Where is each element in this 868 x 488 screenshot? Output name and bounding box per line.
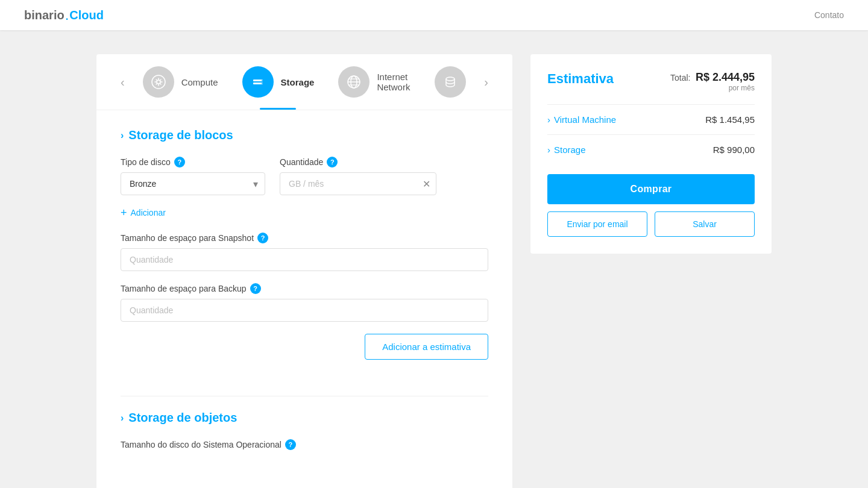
backup-label: Tamanho de espaço para Backup ? [121, 283, 488, 294]
tipo-disco-group: Tipo de disco ? Bronze Silver Gold ▾ [121, 157, 265, 195]
per-mes: por mês [670, 84, 755, 92]
quantidade-help-icon[interactable]: ? [327, 157, 338, 167]
nav-contact[interactable]: Contato [814, 10, 844, 20]
chevron-blocos: › [121, 130, 124, 141]
adicionar-estimativa-button[interactable]: Adicionar a estimativa [365, 334, 488, 360]
step-internet-network-label: Internet Network [377, 72, 410, 92]
svg-point-5 [262, 83, 263, 84]
logo: binario.Cloud [24, 7, 104, 23]
logo-dot: . [65, 7, 69, 23]
prev-arrow[interactable]: ‹ [115, 75, 131, 89]
svg-point-0 [152, 75, 165, 89]
internet-network-icon [338, 66, 370, 98]
svg-point-4 [262, 80, 263, 81]
storage-chevron: › [547, 145, 550, 155]
estimate-item-storage: › Storage R$ 990,00 [547, 134, 755, 164]
section-divider [121, 396, 488, 396]
step-compute-label: Compute [181, 77, 218, 87]
disco-operacional-help-icon[interactable]: ? [285, 439, 296, 450]
vm-chevron: › [547, 114, 550, 125]
main-container: ‹ Compute [0, 30, 868, 488]
section-objetos-label: Storage de objetos [128, 411, 237, 425]
disco-quantidade-row: Tipo de disco ? Bronze Silver Gold ▾ [121, 157, 488, 195]
comprar-button[interactable]: Comprar [547, 174, 755, 204]
step-storage[interactable]: Storage [230, 66, 327, 98]
adicionar-link[interactable]: + Adicionar [121, 207, 488, 218]
storage-estimate-name[interactable]: › Storage [547, 145, 586, 155]
tipo-disco-select-wrapper: Bronze Silver Gold ▾ [121, 172, 265, 195]
storage-value: R$ 990,00 [713, 145, 755, 155]
right-panel: Estimativa Total: R$ 2.444,95 por mês › … [530, 54, 772, 254]
salvar-button[interactable]: Salvar [655, 211, 755, 237]
enviar-email-button[interactable]: Enviar por email [547, 211, 647, 237]
estimativa-header: Estimativa Total: R$ 2.444,95 por mês [547, 71, 755, 92]
database-icon [435, 66, 466, 98]
section-blocos-label: Storage de blocos [128, 128, 233, 142]
logo-brand: binario [24, 8, 64, 22]
svg-point-1 [157, 80, 160, 84]
header: binario.Cloud Contato [0, 0, 868, 30]
vm-value: R$ 1.454,95 [705, 114, 755, 125]
estimate-item-vm: › Virtual Machine R$ 1.454,95 [547, 104, 755, 134]
plus-icon: + [121, 207, 127, 218]
total-value: R$ 2.444,95 [696, 71, 755, 83]
disco-operacional-label: Tamanho do disco do Sistema Operacional … [121, 439, 488, 450]
snapshot-label: Tamanho de espaço para Snapshot ? [121, 233, 488, 243]
step-internet-network[interactable]: Internet Network [326, 66, 423, 98]
snapshot-input[interactable] [121, 248, 488, 271]
step-database[interactable] [423, 66, 478, 98]
storage-icon [242, 66, 274, 98]
backup-group: Tamanho de espaço para Backup ? [121, 283, 488, 322]
backup-input[interactable] [121, 299, 488, 322]
chevron-objetos: › [121, 413, 124, 424]
vm-name[interactable]: › Virtual Machine [547, 114, 616, 125]
left-panel: ‹ Compute [96, 54, 512, 488]
svg-point-11 [446, 77, 454, 81]
total-label: Total: [670, 73, 690, 83]
section-blocos-title[interactable]: › Storage de blocos [121, 128, 488, 142]
step-compute[interactable]: Compute [131, 66, 230, 98]
svg-rect-3 [253, 83, 263, 84]
step-storage-label: Storage [281, 77, 315, 87]
tipo-disco-select[interactable]: Bronze Silver Gold [121, 172, 265, 195]
tipo-disco-label: Tipo de disco ? [121, 157, 265, 167]
quantidade-input-wrapper: ✕ [280, 172, 436, 195]
content-area: › Storage de blocos Tipo de disco ? Bron… [96, 110, 512, 468]
next-arrow[interactable]: › [478, 75, 494, 89]
quantidade-input[interactable] [280, 172, 436, 195]
backup-help-icon[interactable]: ? [250, 283, 261, 294]
clear-button[interactable]: ✕ [423, 178, 430, 190]
quantidade-label: Quantidade ? [280, 157, 436, 167]
disco-operacional-group: Tamanho do disco do Sistema Operacional … [121, 439, 488, 450]
tipo-disco-help-icon[interactable]: ? [174, 157, 185, 167]
compute-icon [143, 66, 174, 98]
logo-cloud: Cloud [69, 8, 104, 22]
snapshot-group: Tamanho de espaço para Snapshot ? [121, 233, 488, 271]
secondary-buttons-row: Enviar por email Salvar [547, 211, 755, 237]
steps-nav: ‹ Compute [96, 54, 512, 110]
section-objetos-title[interactable]: › Storage de objetos [121, 411, 488, 425]
adicionar-label: Adicionar [131, 208, 166, 217]
estimativa-total-block: Total: R$ 2.444,95 por mês [670, 71, 755, 92]
snapshot-help-icon[interactable]: ? [257, 233, 268, 243]
svg-rect-2 [253, 80, 263, 81]
add-estimativa-container: Adicionar a estimativa [121, 334, 488, 378]
quantidade-group: Quantidade ? ✕ [280, 157, 436, 195]
estimativa-title: Estimativa [547, 71, 614, 87]
